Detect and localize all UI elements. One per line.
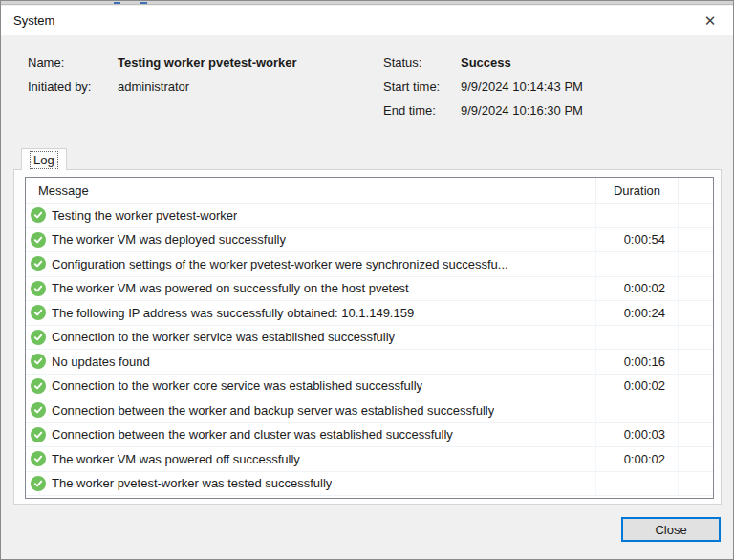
- log-duration: [596, 204, 679, 227]
- success-icon: [31, 207, 46, 223]
- log-duration: 0:00:54: [596, 228, 679, 252]
- table-row[interactable]: Connection between the worker and backup…: [26, 398, 713, 423]
- log-duration: 0:00:02: [596, 447, 679, 471]
- row-filler: [679, 252, 713, 276]
- log-message: Connection between the worker and backup…: [52, 403, 494, 418]
- window-title: System: [13, 13, 54, 28]
- title-bar: System ✕: [1, 6, 733, 35]
- success-icon: [31, 232, 46, 248]
- log-message: The worker VM was powered on successfull…: [52, 281, 409, 295]
- log-message: The worker pvetest-worker was tested suc…: [52, 476, 332, 490]
- log-table: Message Duration Testing the worker pvet…: [25, 177, 714, 499]
- sliver-mark: [140, 2, 147, 4]
- sliver-mark: [114, 2, 120, 4]
- success-icon: [31, 476, 46, 491]
- row-filler: [679, 350, 713, 374]
- table-row[interactable]: Connection to the worker core service wa…: [26, 375, 713, 399]
- message-cell: The worker VM was powered on successfull…: [26, 277, 596, 301]
- message-cell: The worker VM was deployed successfully: [26, 228, 596, 252]
- message-cell: The worker VM was powered off successful…: [26, 447, 596, 471]
- table-row[interactable]: The worker VM was powered off successful…: [26, 447, 713, 472]
- tab-log-label: Log: [31, 152, 57, 168]
- table-header-row: Message Duration: [26, 178, 713, 204]
- row-filler: [679, 447, 713, 471]
- log-duration: [596, 472, 679, 496]
- log-duration: [596, 326, 679, 350]
- success-icon: [31, 354, 46, 369]
- log-duration: 0:00:16: [596, 350, 679, 374]
- column-header-filler: [679, 178, 713, 203]
- row-filler: [679, 375, 713, 398]
- message-cell: The following IP address was successfull…: [26, 301, 596, 325]
- column-header-message[interactable]: Message: [26, 178, 596, 203]
- log-message: The worker VM was deployed successfully: [52, 232, 286, 247]
- success-icon: [31, 451, 46, 466]
- table-body: Testing the worker pvetest-worker The wo…: [26, 204, 713, 496]
- log-message: Testing the worker pvetest-worker: [52, 208, 237, 223]
- close-icon[interactable]: ✕: [687, 6, 733, 35]
- row-filler: [679, 301, 713, 325]
- row-filler: [679, 204, 713, 227]
- message-cell: Connection to the worker service was est…: [26, 326, 596, 350]
- row-filler: [679, 423, 713, 447]
- message-cell: No updates found: [26, 350, 596, 374]
- log-duration: 0:00:02: [596, 277, 679, 301]
- message-cell: Connection between the worker and backup…: [26, 398, 596, 422]
- start-time-value: 9/9/2024 10:14:43 PM: [461, 79, 583, 94]
- session-summary: Name: Testing worker pvetest-worker Init…: [1, 35, 733, 140]
- table-row[interactable]: Configuration settings of the worker pve…: [26, 252, 713, 277]
- log-message: Configuration settings of the worker pve…: [52, 257, 508, 271]
- status-value: Success: [461, 55, 511, 70]
- row-filler: [679, 472, 713, 496]
- name-value: Testing worker pvetest-worker: [118, 55, 297, 70]
- log-duration: 0:00:03: [596, 423, 679, 447]
- success-icon: [31, 427, 46, 442]
- table-row[interactable]: The worker pvetest-worker was tested suc…: [26, 472, 713, 497]
- log-message: Connection to the worker core service wa…: [52, 378, 422, 393]
- tab-log[interactable]: Log: [21, 148, 67, 170]
- row-filler: [679, 398, 713, 422]
- name-label: Name:: [28, 55, 64, 70]
- table-row[interactable]: The worker VM was powered on successfull…: [26, 277, 713, 302]
- system-dialog: System ✕ Name: Testing worker pvetest-wo…: [0, 0, 734, 560]
- log-duration: 0:00:02: [596, 375, 679, 398]
- end-time-label: End time:: [383, 103, 436, 118]
- end-time-value: 9/9/2024 10:16:30 PM: [461, 103, 583, 118]
- message-cell: The worker pvetest-worker was tested suc…: [26, 472, 596, 496]
- success-icon: [31, 330, 46, 345]
- success-icon: [31, 281, 46, 296]
- log-message: Connection to the worker service was est…: [52, 330, 395, 344]
- initiated-label: Initiated by:: [28, 79, 92, 94]
- log-tab-page: Message Duration Testing the worker pvet…: [13, 169, 722, 505]
- log-duration: 0:00:24: [596, 301, 679, 325]
- table-row[interactable]: The worker VM was deployed successfully …: [26, 228, 713, 253]
- success-icon: [31, 378, 46, 394]
- success-icon: [31, 256, 46, 271]
- table-row[interactable]: Testing the worker pvetest-worker: [26, 204, 713, 228]
- table-row[interactable]: No updates found 0:00:16: [26, 350, 713, 375]
- row-filler: [679, 326, 713, 350]
- background-window-sliver: [1, 1, 733, 5]
- message-cell: Testing the worker pvetest-worker: [26, 204, 596, 227]
- success-icon: [31, 305, 46, 320]
- table-row[interactable]: Connection between the worker and cluste…: [26, 423, 713, 448]
- start-time-label: Start time:: [383, 79, 440, 94]
- log-message: The following IP address was successfull…: [52, 306, 414, 320]
- log-message: The worker VM was powered off successful…: [52, 452, 300, 466]
- initiated-value: administrator: [118, 79, 189, 94]
- table-row[interactable]: Connection to the worker service was est…: [26, 326, 713, 351]
- close-button[interactable]: Close: [621, 517, 721, 542]
- log-message: Connection between the worker and cluste…: [52, 427, 453, 442]
- log-message: No updates found: [52, 355, 150, 369]
- status-label: Status:: [383, 55, 421, 70]
- column-header-duration[interactable]: Duration: [596, 178, 679, 203]
- table-row[interactable]: The following IP address was successfull…: [26, 301, 713, 326]
- log-duration: [596, 252, 679, 276]
- log-duration: [596, 398, 679, 422]
- message-cell: Connection to the worker core service wa…: [26, 375, 596, 398]
- message-cell: Connection between the worker and cluste…: [26, 423, 596, 447]
- row-filler: [679, 228, 713, 252]
- success-icon: [31, 402, 46, 418]
- row-filler: [679, 277, 713, 301]
- message-cell: Configuration settings of the worker pve…: [26, 252, 596, 276]
